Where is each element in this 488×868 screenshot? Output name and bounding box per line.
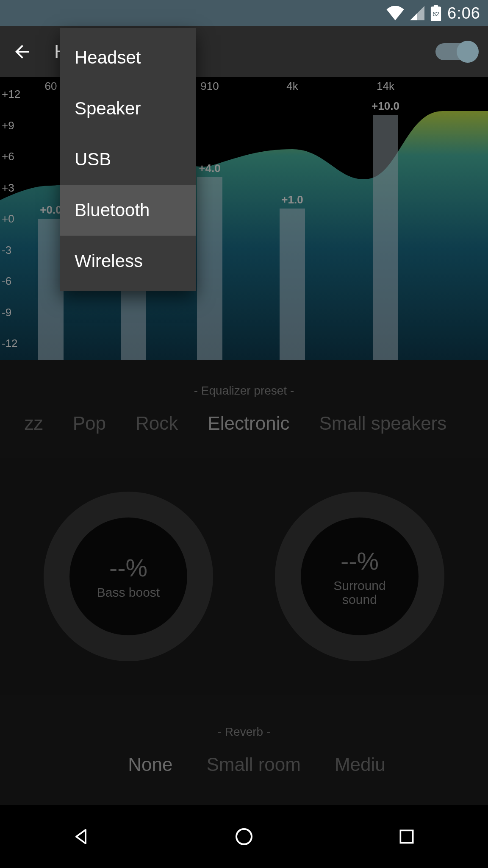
bass-boost-label: Bass boost	[97, 585, 160, 599]
eq-y-tick: -3	[2, 243, 11, 256]
preset-section: - Equalizer preset - zzPopRockElectronic…	[0, 360, 488, 458]
output-menu-item[interactable]: Wireless	[60, 236, 196, 287]
output-menu-item[interactable]: Speaker	[60, 83, 196, 134]
eq-band-slider[interactable]: +1.0	[280, 209, 305, 361]
output-menu-item[interactable]: Headset	[60, 32, 196, 83]
reverb-item[interactable]: Small room	[206, 754, 301, 775]
reverb-item[interactable]: None	[128, 754, 172, 775]
reverb-item[interactable]: Mediu	[335, 754, 385, 775]
preset-item[interactable]: Pop	[73, 413, 106, 434]
wifi-icon	[386, 6, 404, 20]
eq-y-tick: +9	[2, 119, 14, 132]
status-time: 6:06	[447, 4, 480, 22]
cell-signal-icon	[410, 6, 424, 20]
battery-icon: 62	[430, 5, 441, 21]
reverb-section: - Reverb - NoneSmall roomMediu	[0, 695, 488, 805]
reverb-section-label: - Reverb -	[218, 725, 270, 739]
eq-y-axis: +12+9+6+3+0-3-6-9-12	[2, 77, 27, 360]
eq-band-value: +10.0	[372, 100, 399, 113]
preset-carousel[interactable]: zzPopRockElectronicSmall speakers	[42, 413, 447, 434]
eq-band-slider[interactable]: +0.0	[38, 219, 64, 360]
eq-y-tick: +0	[2, 212, 14, 225]
android-nav-bar	[0, 805, 488, 868]
output-device-menu: HeadsetSpeakerUSBBluetoothWireless	[60, 28, 196, 291]
preset-section-label: - Equalizer preset -	[194, 384, 294, 398]
surround-sound-value: --%	[341, 547, 379, 575]
svg-rect-1	[434, 5, 438, 7]
eq-band-slider[interactable]: +4.0	[197, 177, 222, 360]
eq-freq-label: 14k	[377, 80, 394, 93]
preset-item[interactable]: zz	[25, 413, 43, 434]
preset-item[interactable]: Rock	[136, 413, 178, 434]
status-bar: 62 6:06	[0, 0, 488, 26]
nav-home-button[interactable]	[223, 824, 265, 849]
eq-freq-label: 910	[200, 80, 219, 93]
eq-freq-label: 60	[45, 80, 57, 93]
equalizer-enable-toggle[interactable]	[435, 43, 478, 60]
effects-section: --% Bass boost --% Surround sound	[0, 458, 488, 695]
circle-home-icon	[234, 826, 254, 847]
triangle-back-icon	[71, 826, 92, 847]
output-menu-item[interactable]: USB	[60, 134, 196, 185]
arrow-back-icon	[12, 42, 32, 62]
preset-item[interactable]: Small speakers	[319, 413, 446, 434]
eq-band-value: +4.0	[199, 162, 220, 175]
output-menu-item[interactable]: Bluetooth	[60, 185, 196, 236]
eq-freq-label: 4k	[286, 80, 298, 93]
toggle-knob	[457, 41, 479, 63]
bass-boost-knob[interactable]: --% Bass boost	[44, 492, 213, 661]
surround-sound-label: Surround sound	[333, 579, 385, 606]
nav-recents-button[interactable]	[385, 824, 428, 849]
eq-band-value: +0.0	[40, 203, 61, 217]
reverb-carousel[interactable]: NoneSmall roomMediu	[128, 754, 360, 775]
surround-sound-knob[interactable]: --% Surround sound	[275, 492, 444, 661]
nav-back-button[interactable]	[60, 824, 103, 849]
svg-rect-4	[400, 830, 413, 843]
svg-point-3	[236, 829, 252, 844]
svg-text:62: 62	[433, 11, 439, 17]
square-recents-icon	[397, 827, 416, 846]
eq-y-tick: +3	[2, 181, 14, 194]
back-button[interactable]	[10, 40, 34, 64]
eq-y-tick: -6	[2, 275, 11, 288]
eq-y-tick: -9	[2, 306, 11, 319]
eq-band-value: +1.0	[281, 193, 303, 206]
eq-y-tick: +6	[2, 150, 14, 163]
eq-band-slider[interactable]: +10.0	[373, 115, 398, 360]
eq-y-tick: -12	[2, 337, 18, 350]
bass-boost-value: --%	[109, 554, 147, 582]
screen: 62 6:06 Headset	[0, 0, 488, 868]
preset-item[interactable]: Electronic	[208, 413, 289, 434]
